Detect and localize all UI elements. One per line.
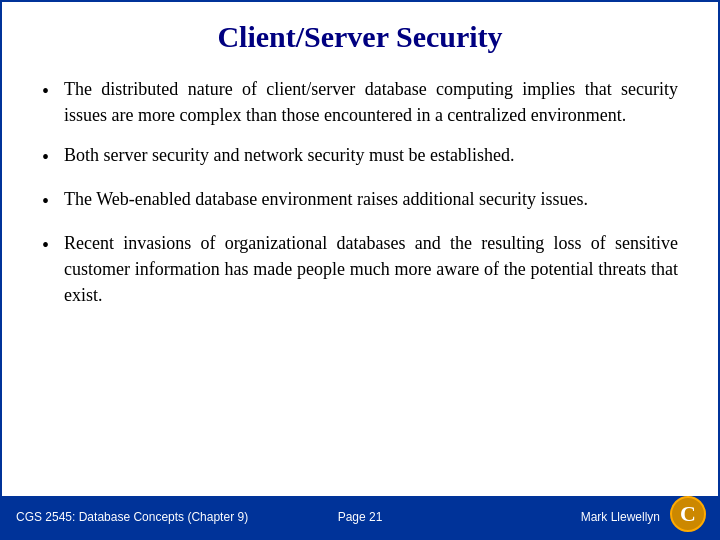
footer-logo: C [670,496,708,534]
slide-footer: CGS 2545: Database Concepts (Chapter 9) … [2,496,718,538]
list-item: • The Web-enabled database environment r… [42,186,678,216]
bullet-text-3: The Web-enabled database environment rai… [64,186,678,212]
bullet-dot-4: • [42,231,64,260]
footer-page-label: Page 21 [338,510,383,524]
bullet-text-2: Both server security and network securit… [64,142,678,168]
footer-author-label: Mark Llewellyn [581,510,660,524]
logo-char: C [680,501,696,527]
bullet-list: • The distributed nature of client/serve… [42,76,678,322]
list-item: • Recent invasions of organizational dat… [42,230,678,308]
bullet-text-1: The distributed nature of client/server … [64,76,678,128]
bullet-dot-3: • [42,187,64,216]
footer-course-label: CGS 2545: Database Concepts (Chapter 9) [16,510,248,524]
bullet-dot-1: • [42,77,64,106]
slide-content: • The distributed nature of client/serve… [2,66,718,496]
slide-title: Client/Server Security [2,2,718,66]
bullet-text-4: Recent invasions of organizational datab… [64,230,678,308]
logo-icon: C [670,496,706,532]
bullet-dot-2: • [42,143,64,172]
list-item: • Both server security and network secur… [42,142,678,172]
slide: Client/Server Security • The distributed… [0,0,720,540]
list-item: • The distributed nature of client/serve… [42,76,678,128]
